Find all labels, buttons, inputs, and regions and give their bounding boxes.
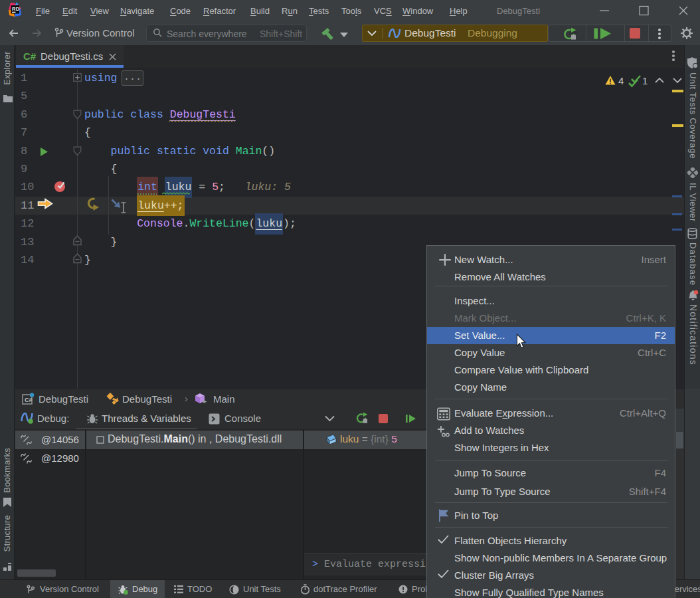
svg-text:C#: C#	[25, 397, 33, 403]
svg-text:RD: RD	[12, 6, 20, 12]
svg-text:1: 1	[642, 75, 648, 86]
svg-text:4: 4	[618, 75, 624, 86]
